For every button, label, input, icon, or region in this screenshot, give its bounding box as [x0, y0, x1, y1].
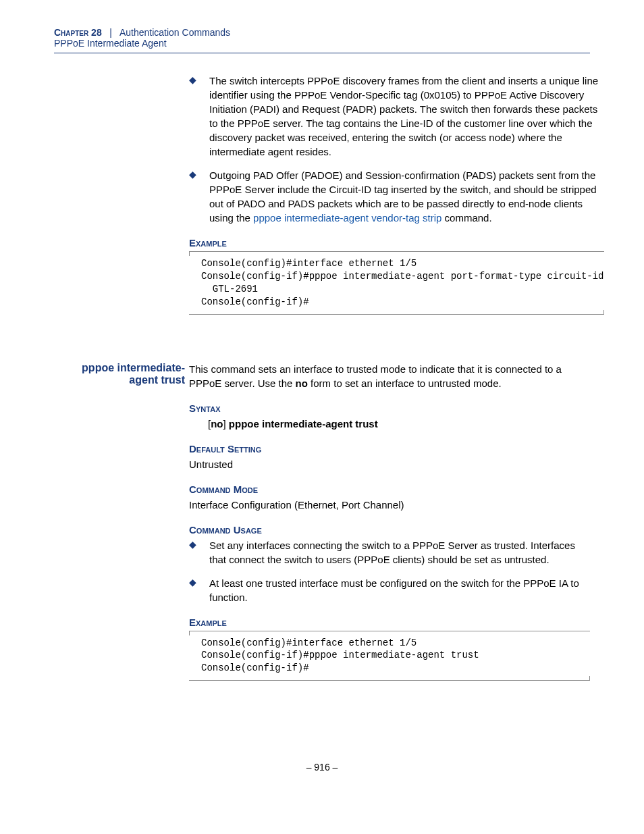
bullet-text: Outgoing PAD Offer (PADOE) and Session-c… [209, 168, 604, 225]
page-header: Chapter 28 | Authentication Commands PPP… [54, 27, 590, 49]
section-2: pppoe intermediate-agent trust This comm… [54, 362, 590, 695]
syntax-line: [no] pppoe intermediate-agent trust [208, 417, 590, 431]
bullet-text: Set any interfaces connecting the switch… [209, 538, 590, 567]
command-heading: pppoe intermediate-agent trust [54, 362, 185, 386]
diamond-bullet-icon: ◆ [189, 168, 209, 225]
code-example: Console(config)#interface ethernet 1/5 C… [189, 251, 604, 315]
intro-paragraph: This command sets an interface to truste… [189, 362, 590, 390]
command-mode-label: Command Mode [189, 484, 590, 495]
header-rule [54, 53, 590, 53]
cross-reference-link[interactable]: pppoe intermediate-agent vendor-tag stri… [253, 212, 441, 224]
diamond-bullet-icon: ◆ [189, 74, 209, 159]
intro-post: form to set an interface to untrusted mo… [308, 377, 502, 389]
sidebar-empty [54, 74, 189, 328]
example-label: Example [189, 237, 604, 249]
bracket-close: ] [223, 418, 229, 429]
syntax-command: pppoe intermediate-agent trust [229, 418, 378, 429]
command-usage-label: Command Usage [189, 524, 590, 536]
intro-bold: no [296, 377, 308, 389]
bullet-text: At least one trusted interface must be c… [209, 576, 590, 604]
page-number: – 916 – [54, 762, 590, 773]
chapter-label: Chapter 28 [54, 27, 102, 38]
header-line-1: Chapter 28 | Authentication Commands [54, 27, 590, 38]
bullet-item: ◆ Outgoing PAD Offer (PADOE) and Session… [189, 168, 604, 225]
header-separator: | [105, 27, 117, 38]
section-2-body: This command sets an interface to truste… [189, 362, 590, 695]
section-1: ◆ The switch intercepts PPPoE discovery … [54, 74, 590, 328]
diamond-bullet-icon: ◆ [189, 538, 209, 567]
bullet-item: ◆ At least one trusted interface must be… [189, 576, 590, 604]
command-mode-value: Interface Configuration (Ethernet, Port … [189, 498, 590, 512]
sidebar: pppoe intermediate-agent trust [54, 362, 189, 695]
bullet-text: The switch intercepts PPPoE discovery fr… [209, 74, 604, 159]
diamond-bullet-icon: ◆ [189, 576, 209, 604]
section-1-body: ◆ The switch intercepts PPPoE discovery … [189, 74, 604, 328]
code-example: Console(config)#interface ethernet 1/5 C… [189, 631, 590, 681]
default-setting-value: Untrusted [189, 457, 590, 471]
header-subtitle: PPPoE Intermediate Agent [54, 38, 590, 49]
default-setting-label: Default Setting [189, 443, 590, 454]
example-label: Example [189, 617, 590, 628]
syntax-label: Syntax [189, 402, 590, 414]
bullet-item: ◆ Set any interfaces connecting the swit… [189, 538, 590, 567]
bullet-item: ◆ The switch intercepts PPPoE discovery … [189, 74, 604, 159]
syntax-no: no [211, 418, 223, 429]
page-content: Chapter 28 | Authentication Commands PPP… [0, 0, 644, 800]
chapter-title: Authentication Commands [119, 27, 230, 38]
bullet-post-text: command. [441, 212, 491, 224]
